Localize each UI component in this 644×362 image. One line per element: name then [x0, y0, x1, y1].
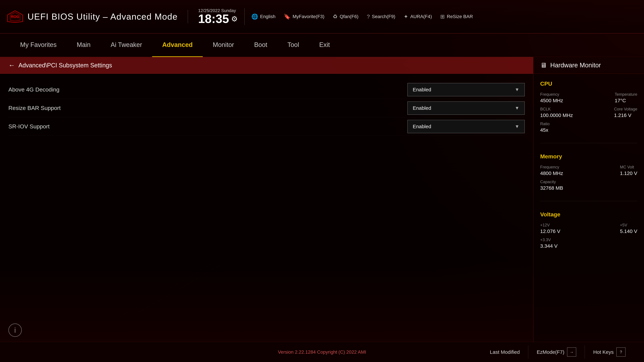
hw-section-voltage: Voltage +12V 12.076 V +5V 5.140 V +3.3V …: [534, 204, 644, 256]
core-voltage-value: 1.216 V: [614, 112, 637, 118]
hw-col-cpu-frequency: Frequency 4500 MHz: [540, 92, 563, 103]
top-divider-1: [188, 10, 188, 23]
hw-col-capacity: Capacity 32768 MB: [540, 179, 563, 191]
hw-col-core-voltage: Core Voltage 1.216 V: [614, 107, 637, 118]
5v-value: 5.140 V: [620, 228, 637, 234]
toolbar-tools: 🌐 English 🔖 MyFavorite(F3) ♻ Qfan(F6) ? …: [252, 13, 637, 20]
toolbar-label-qfan: Qfan(F6): [340, 14, 358, 19]
nav-item-my-favorites[interactable]: My Favorites: [10, 33, 66, 57]
cpu-frequency-label: Frequency: [540, 92, 563, 97]
3v3-value: 3.344 V: [540, 243, 558, 249]
monitor-display-icon: 🖥: [540, 61, 547, 69]
setting-control-above-4g: Enabled ▼: [407, 83, 525, 96]
toolbar-item-aura[interactable]: ✦ AURA(F4): [404, 13, 432, 20]
core-voltage-label: Core Voltage: [614, 107, 637, 111]
hw-monitor-header: 🖥 Hardware Monitor: [534, 57, 644, 74]
mem-frequency-value: 4800 MHz: [540, 170, 563, 176]
toolbar-item-resizebar[interactable]: ⊞ ReSize BAR: [440, 13, 473, 20]
hw-row-capacity: Capacity 32768 MB: [540, 179, 637, 191]
breadcrumb-path: Advanced\PCI Subsystem Settings: [18, 62, 112, 69]
top-bar: ROG UEFI BIOS Utility – Advanced Mode 12…: [0, 0, 644, 33]
chevron-down-icon-2: ▼: [515, 105, 520, 111]
time-display: 18:35: [198, 13, 229, 25]
toolbar-item-qfan[interactable]: ♻ Qfan(F6): [333, 13, 358, 20]
dropdown-value-above-4g: Enabled: [413, 87, 431, 92]
hw-section-title-voltage: Voltage: [540, 211, 637, 218]
content-area: ← Advanced\PCI Subsystem Settings Above …: [0, 57, 533, 342]
nav-bar: My Favorites Main Ai Tweaker Advanced Mo…: [0, 33, 644, 57]
toolbar-label-search: Search(F9): [372, 14, 395, 19]
globe-icon: 🌐: [252, 13, 258, 20]
dropdown-resize-bar[interactable]: Enabled ▼: [407, 101, 525, 115]
datetime-block: 12/25/2022 Sunday 18:35 ⚙: [198, 8, 238, 25]
setting-label-above-4g: Above 4G Decoding: [8, 86, 407, 93]
hw-section-memory: Memory Frequency 4800 MHz MC Volt 1.120 …: [534, 146, 644, 198]
chevron-down-icon-3: ▼: [515, 124, 520, 129]
bclk-value: 100.0000 MHz: [540, 112, 573, 118]
bclk-label: BCLK: [540, 107, 573, 111]
hotkeys-key-icon: ?: [616, 348, 626, 357]
cpu-temperature-label: Temperature: [615, 92, 637, 97]
setting-row-above-4g: Above 4G Decoding Enabled ▼: [8, 80, 525, 99]
nav-item-exit[interactable]: Exit: [309, 33, 340, 57]
right-panel: 🖥 Hardware Monitor CPU Frequency 4500 MH…: [533, 57, 644, 342]
hw-col-mc-volt: MC Volt 1.120 V: [620, 165, 637, 176]
hotkeys-button[interactable]: Hot Keys ?: [585, 346, 634, 359]
nav-item-tool[interactable]: Tool: [278, 33, 309, 57]
5v-label: +5V: [620, 223, 637, 227]
hw-row-mem-freq-mcvolt: Frequency 4800 MHz MC Volt 1.120 V: [540, 165, 637, 176]
toolbar-label-aura: AURA(F4): [410, 14, 432, 19]
settings-gear-icon[interactable]: ⚙: [231, 14, 238, 23]
capacity-label: Capacity: [540, 179, 563, 184]
chevron-down-icon: ▼: [515, 87, 520, 92]
hw-col-ratio: Ratio 45x: [540, 121, 550, 133]
top-divider-2: [244, 8, 245, 25]
toolbar-item-myfavorite[interactable]: 🔖 MyFavorite(F3): [284, 13, 324, 20]
hw-row-3v3: +3.3V 3.344 V: [540, 238, 637, 249]
setting-label-resize-bar: Resize BAR Support: [8, 105, 407, 111]
hw-row-bclk-corevolt: BCLK 100.0000 MHz Core Voltage 1.216 V: [540, 107, 637, 118]
nav-item-ai-tweaker[interactable]: Ai Tweaker: [100, 33, 152, 57]
hw-row-cpu-freq-temp: Frequency 4500 MHz Temperature 17°C: [540, 92, 637, 103]
ezmode-label: EzMode(F7): [537, 349, 564, 355]
breadcrumb-bar: ← Advanced\PCI Subsystem Settings: [0, 57, 533, 74]
setting-control-resize-bar: Enabled ▼: [407, 101, 525, 115]
dropdown-sr-iov[interactable]: Enabled ▼: [407, 120, 525, 133]
back-arrow-icon[interactable]: ←: [8, 61, 15, 69]
hw-section-cpu: CPU Frequency 4500 MHz Temperature 17°C …: [534, 74, 644, 140]
ratio-value: 45x: [540, 127, 550, 133]
hw-col-mem-frequency: Frequency 4800 MHz: [540, 165, 563, 176]
search-icon: ?: [367, 13, 370, 20]
setting-control-sr-iov: Enabled ▼: [407, 120, 525, 133]
nav-item-main[interactable]: Main: [66, 33, 100, 57]
mem-frequency-label: Frequency: [540, 165, 563, 169]
hw-col-12v: +12V 12.076 V: [540, 223, 560, 234]
ezmode-button[interactable]: EzMode(F7) →: [528, 346, 585, 359]
hw-divider-2: [540, 201, 637, 201]
bottom-right-tools: Last Modified EzMode(F7) → Hot Keys ?: [482, 346, 634, 359]
hw-col-3v3: +3.3V 3.344 V: [540, 238, 558, 249]
nav-item-advanced[interactable]: Advanced: [152, 33, 203, 57]
hw-row-ratio: Ratio 45x: [540, 121, 637, 133]
mc-volt-label: MC Volt: [620, 165, 637, 169]
toolbar-item-english[interactable]: 🌐 English: [252, 13, 276, 20]
dropdown-above-4g[interactable]: Enabled ▼: [407, 83, 525, 96]
nav-item-boot[interactable]: Boot: [244, 33, 277, 57]
last-modified-label: Last Modified: [490, 349, 520, 355]
3v3-label: +3.3V: [540, 238, 558, 242]
toolbar-item-search[interactable]: ? Search(F9): [367, 13, 395, 20]
hw-col-bclk: BCLK 100.0000 MHz: [540, 107, 573, 118]
last-modified-button[interactable]: Last Modified: [482, 346, 528, 359]
rog-logo: ROG: [7, 10, 24, 23]
dropdown-value-sr-iov: Enabled: [413, 124, 431, 129]
dropdown-value-resize-bar: Enabled: [413, 105, 431, 111]
hw-section-title-cpu: CPU: [540, 80, 637, 87]
nav-item-monitor[interactable]: Monitor: [203, 33, 244, 57]
info-icon[interactable]: i: [8, 324, 22, 337]
toolbar-label-resizebar: ReSize BAR: [447, 14, 473, 19]
setting-row-sr-iov: SR-IOV Support Enabled ▼: [8, 117, 525, 136]
resizebar-icon: ⊞: [440, 13, 445, 20]
svg-text:ROG: ROG: [11, 14, 19, 19]
hw-divider-1: [540, 143, 637, 143]
hw-col-5v: +5V 5.140 V: [620, 223, 637, 234]
